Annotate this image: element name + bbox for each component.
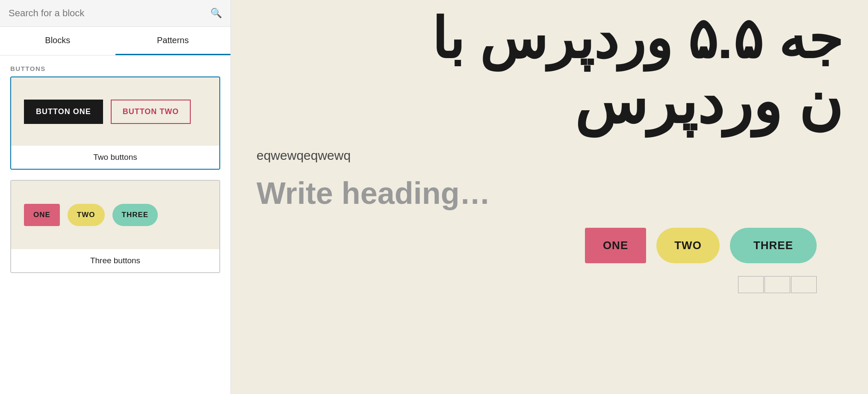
body-text: eqwewqeqwewq	[257, 148, 842, 163]
tab-patterns[interactable]: Patterns	[115, 27, 231, 55]
preview-button-two: BUTTON TWO	[111, 100, 191, 124]
pattern-list: BUTTON ONE BUTTON TWO Two buttons ONE TW…	[0, 76, 230, 283]
tabs: Blocks Patterns	[0, 27, 230, 56]
tab-blocks[interactable]: Blocks	[0, 27, 115, 55]
left-panel: 🔍 Blocks Patterns BUTTONS BUTTON ONE BUT…	[0, 0, 231, 394]
write-heading[interactable]: Write heading…	[257, 176, 842, 211]
right-button-two[interactable]: TWO	[656, 228, 720, 263]
pattern-label-two-buttons: Two buttons	[11, 146, 219, 169]
table-cell-2	[765, 276, 790, 293]
preview-pill-three: THREE	[112, 204, 158, 226]
search-input[interactable]	[9, 8, 210, 19]
preview-button-one: BUTTON ONE	[24, 100, 103, 124]
search-bar: 🔍	[0, 0, 230, 27]
search-icon: 🔍	[210, 8, 222, 19]
right-button-three[interactable]: THREE	[730, 228, 817, 263]
table-cell-3	[791, 276, 817, 293]
right-buttons-row: ONE TWO THREE	[257, 228, 842, 263]
arabic-heading-2: ن وردپرس	[257, 70, 842, 135]
section-label-buttons: BUTTONS	[0, 56, 230, 76]
preview-pill-two: TWO	[68, 204, 105, 226]
pattern-card-two-buttons[interactable]: BUTTON ONE BUTTON TWO Two buttons	[10, 76, 220, 170]
right-panel: جه ۵.۵ وردپرس با ن وردپرس eqwewqeqwewq W…	[231, 0, 868, 394]
pattern-card-three-buttons[interactable]: ONE TWO THREE Three buttons	[10, 180, 220, 273]
bottom-table-hint	[257, 276, 842, 293]
table-cell-1	[738, 276, 764, 293]
pattern-label-three-buttons: Three buttons	[11, 249, 219, 272]
right-button-one[interactable]: ONE	[585, 228, 646, 263]
arabic-heading-1: جه ۵.۵ وردپرس با	[257, 9, 842, 70]
pattern-preview-three-buttons: ONE TWO THREE	[11, 181, 219, 249]
pattern-preview-two-buttons: BUTTON ONE BUTTON TWO	[11, 77, 219, 146]
preview-pill-one: ONE	[24, 204, 60, 226]
